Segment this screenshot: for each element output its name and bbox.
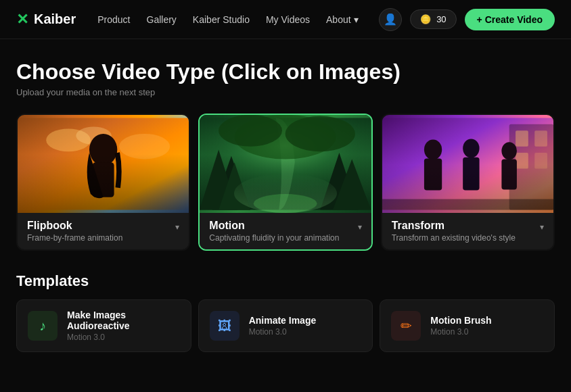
nav-links: Product Gallery Kaiber Studio My Videos … bbox=[97, 14, 358, 25]
motion-illustration bbox=[200, 115, 371, 213]
create-video-button[interactable]: + Create Video bbox=[465, 9, 555, 30]
templates-title: Templates bbox=[16, 272, 555, 290]
transform-chevron-icon: ▾ bbox=[540, 222, 544, 232]
main-content: Choose Video Type (Click on Images) Uplo… bbox=[0, 39, 571, 366]
navbar-left: ✕ Kaiber Product Gallery Kaiber Studio M… bbox=[16, 11, 359, 28]
transform-thumbnail bbox=[382, 115, 553, 213]
svg-point-16 bbox=[286, 116, 355, 152]
credits-button[interactable]: 🪙 30 bbox=[410, 9, 456, 29]
motion-chevron-icon: ▾ bbox=[358, 222, 362, 232]
transform-name: Transform bbox=[392, 220, 516, 232]
page-title: Choose Video Type (Click on Images) bbox=[16, 59, 555, 84]
animate-image-type: Motion 3.0 bbox=[249, 327, 317, 337]
flipbook-thumbnail bbox=[18, 115, 189, 213]
svg-rect-22 bbox=[534, 153, 547, 168]
flipbook-desc: Frame-by-frame animation bbox=[27, 233, 122, 243]
navbar: ✕ Kaiber Product Gallery Kaiber Studio M… bbox=[0, 0, 571, 39]
transform-label-area: Transform Transform an existing video's … bbox=[382, 213, 553, 249]
nav-gallery[interactable]: Gallery bbox=[147, 14, 177, 25]
transform-illustration bbox=[382, 115, 553, 213]
flipbook-label-area: Flipbook Frame-by-frame animation ▾ bbox=[18, 213, 189, 249]
video-card-motion[interactable]: Motion Captivating fluidity in your anim… bbox=[198, 114, 372, 251]
flipbook-chevron-icon: ▾ bbox=[175, 222, 179, 232]
navbar-right: 👤 🪙 30 + Create Video bbox=[379, 8, 555, 31]
nav-kaiber-studio[interactable]: Kaiber Studio bbox=[193, 14, 250, 25]
transform-desc: Transform an existing video's style bbox=[392, 233, 516, 243]
audioreactive-name: Make Images Audioreactive bbox=[67, 310, 180, 331]
template-animate-image[interactable]: 🖼 Animate Image Motion 3.0 bbox=[198, 299, 373, 352]
svg-rect-19 bbox=[516, 130, 528, 146]
template-audioreactive[interactable]: ♪ Make Images Audioreactive Motion 3.0 bbox=[16, 299, 191, 352]
flipbook-illustration bbox=[18, 115, 189, 213]
svg-point-4 bbox=[89, 134, 117, 166]
svg-rect-26 bbox=[463, 157, 479, 191]
template-motion-brush[interactable]: ✏ Motion Brush Motion 3.0 bbox=[380, 299, 555, 352]
svg-point-3 bbox=[119, 134, 170, 160]
svg-rect-29 bbox=[382, 199, 553, 210]
nav-product[interactable]: Product bbox=[97, 14, 130, 25]
motion-brush-name: Motion Brush bbox=[430, 315, 491, 326]
page-subtitle: Upload your media on the next step bbox=[16, 87, 555, 97]
user-icon: 👤 bbox=[384, 13, 397, 26]
svg-rect-5 bbox=[93, 162, 114, 197]
motion-brush-type: Motion 3.0 bbox=[430, 327, 491, 337]
motion-thumbnail bbox=[200, 115, 371, 213]
svg-point-23 bbox=[424, 139, 442, 160]
nav-about[interactable]: About ▾ bbox=[326, 14, 359, 25]
logo-text: Kaiber bbox=[34, 11, 76, 27]
logo-icon: ✕ bbox=[16, 11, 28, 28]
motion-desc: Captivating fluidity in your animation bbox=[209, 233, 339, 243]
music-icon: ♪ bbox=[28, 311, 58, 341]
svg-point-15 bbox=[219, 115, 282, 147]
templates-grid: ♪ Make Images Audioreactive Motion 3.0 🖼… bbox=[16, 299, 555, 352]
svg-rect-28 bbox=[501, 159, 517, 189]
svg-point-25 bbox=[463, 139, 479, 157]
brush-icon: ✏ bbox=[391, 311, 421, 341]
video-card-flipbook[interactable]: Flipbook Frame-by-frame animation ▾ bbox=[16, 114, 190, 251]
chevron-down-icon: ▾ bbox=[354, 14, 359, 25]
logo[interactable]: ✕ Kaiber bbox=[16, 11, 76, 28]
flipbook-name: Flipbook bbox=[27, 220, 122, 232]
credits-count: 30 bbox=[436, 14, 446, 24]
svg-point-27 bbox=[501, 142, 517, 160]
video-card-transform[interactable]: Transform Transform an existing video's … bbox=[381, 114, 555, 251]
motion-name: Motion bbox=[209, 220, 339, 232]
svg-rect-20 bbox=[534, 130, 547, 146]
svg-rect-21 bbox=[516, 153, 528, 168]
motion-label-area: Motion Captivating fluidity in your anim… bbox=[200, 213, 371, 249]
video-type-grid: Flipbook Frame-by-frame animation ▾ bbox=[16, 114, 555, 251]
audioreactive-type: Motion 3.0 bbox=[67, 333, 180, 342]
nav-my-videos[interactable]: My Videos bbox=[266, 14, 310, 25]
animate-image-name: Animate Image bbox=[249, 315, 317, 326]
user-profile-button[interactable]: 👤 bbox=[379, 8, 402, 31]
image-icon: 🖼 bbox=[210, 311, 239, 341]
credits-icon: 🪙 bbox=[420, 14, 431, 24]
svg-rect-24 bbox=[424, 159, 442, 191]
svg-point-13 bbox=[254, 194, 317, 213]
